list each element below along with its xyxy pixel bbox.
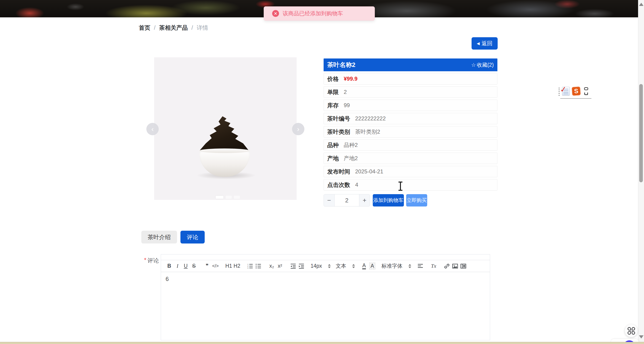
- row-label: 茶叶类别: [327, 128, 350, 136]
- comment-form-label: * 评论: [144, 257, 159, 264]
- row-label: 单限: [327, 88, 339, 96]
- clear-format-button[interactable]: Tx: [430, 262, 438, 270]
- favorite-button[interactable]: ☆ 收藏(2): [471, 61, 494, 69]
- svg-text:2: 2: [248, 265, 248, 267]
- bold-glyph: B: [168, 263, 171, 269]
- underline-button[interactable]: U: [182, 262, 190, 270]
- video-icon[interactable]: [459, 262, 468, 270]
- extension-underline: [560, 98, 592, 99]
- form-filler-doc-icon[interactable]: ✓: [562, 87, 570, 95]
- product-header: 茶叶名称2 ☆ 收藏(2): [324, 58, 498, 71]
- tab-intro[interactable]: 茶叶介绍: [141, 231, 177, 243]
- product-name: 茶叶名称2: [327, 61, 356, 69]
- align-icon[interactable]: [416, 262, 424, 270]
- info-row-category: 茶叶类别 茶叶类别2: [324, 126, 498, 138]
- svg-text:3: 3: [248, 267, 248, 269]
- code-block-button[interactable]: </>: [211, 262, 220, 270]
- toast-message: ✕ 该商品已经添加到购物车: [264, 6, 375, 20]
- favorite-label: 收藏(2): [477, 61, 494, 69]
- breadcrumb: 首页 / 茶相关产品 / 详情: [139, 24, 208, 31]
- quantity-stepper: − 2 +: [324, 194, 370, 206]
- info-row-publish-date: 发布时间 2025-04-21: [324, 166, 498, 177]
- carousel-indicators: [216, 196, 240, 199]
- text-color-button[interactable]: A: [360, 262, 368, 270]
- comment-editor-content[interactable]: 6: [161, 272, 490, 340]
- font-family-value: 标准字体: [382, 262, 402, 270]
- strikethrough-button[interactable]: S: [190, 262, 198, 270]
- bullet-list-icon[interactable]: [254, 262, 262, 270]
- tab-comments[interactable]: 评论: [180, 231, 205, 243]
- bold-button[interactable]: B: [165, 262, 173, 270]
- select-arrows-icon: [352, 264, 355, 268]
- row-value: 2222222222: [355, 115, 386, 122]
- error-circle-icon: ✕: [272, 10, 279, 17]
- required-mark: *: [144, 257, 146, 264]
- indent-icon[interactable]: [297, 262, 306, 270]
- row-label: 品种: [327, 141, 339, 149]
- row-value: 2: [344, 89, 347, 95]
- product-info-panel: 茶叶名称2 ☆ 收藏(2) 价格 ¥99.9 单限 2 库存 99 茶叶编号 2…: [324, 58, 498, 190]
- add-to-cart-button[interactable]: 添加到购物车: [373, 194, 404, 206]
- back-button[interactable]: ◀ 返回: [472, 37, 498, 50]
- row-value: 2025-04-21: [355, 168, 383, 175]
- superscript-button[interactable]: x²: [276, 262, 284, 270]
- scrollbar-down-arrow[interactable]: [639, 335, 644, 339]
- link-icon[interactable]: [443, 262, 451, 270]
- chevron-left-icon: ‹: [152, 125, 154, 133]
- ordered-list-icon[interactable]: 123: [246, 262, 254, 270]
- font-size-select[interactable]: 14px: [310, 263, 331, 269]
- back-button-label: 返回: [482, 40, 492, 47]
- breadcrumb-current: 详情: [197, 24, 208, 31]
- background-color-button[interactable]: A: [368, 262, 376, 270]
- italic-button[interactable]: I: [173, 262, 182, 270]
- chevron-right-icon: ›: [297, 125, 299, 133]
- breadcrumb-home[interactable]: 首页: [139, 24, 150, 31]
- row-value: 4: [355, 181, 358, 188]
- taskbar-edge: [0, 342, 644, 344]
- outdent-icon[interactable]: [289, 262, 297, 270]
- carousel-indicator-2[interactable]: [226, 196, 232, 199]
- color-glyph: A: [362, 263, 366, 269]
- scrollbar-up-arrow[interactable]: [639, 3, 644, 6]
- s-logo-icon[interactable]: S: [572, 87, 581, 96]
- format-select[interactable]: 文本: [336, 262, 355, 270]
- carousel-indicator-3[interactable]: [234, 196, 240, 199]
- back-arrow-icon: ◀: [476, 41, 480, 46]
- row-label: 点击次数: [327, 181, 350, 189]
- row-label: 发布时间: [327, 168, 350, 175]
- editor-toolbar: B I U S ❞ </> H1 H2 123 x₂ x²: [161, 260, 490, 272]
- breadcrumb-category[interactable]: 茶相关产品: [159, 24, 188, 31]
- comment-label-text: 评论: [148, 257, 159, 264]
- info-row-limit: 单限 2: [324, 86, 498, 98]
- info-row-clicks: 点击次数 4: [324, 179, 498, 190]
- heading2-button[interactable]: H2: [233, 262, 241, 270]
- blockquote-button[interactable]: ❞: [203, 262, 211, 270]
- background-glyph: A: [369, 263, 375, 269]
- image-icon[interactable]: [451, 262, 459, 270]
- quantity-input[interactable]: 2: [334, 194, 359, 206]
- row-value: 茶叶类别2: [355, 128, 380, 136]
- quantity-decrease-button[interactable]: −: [324, 194, 334, 206]
- screenshot-crop-icon[interactable]: [583, 87, 590, 95]
- drag-handle-dots-icon[interactable]: [558, 87, 560, 96]
- vertical-scrollbar[interactable]: [638, 0, 644, 344]
- carousel-prev-button[interactable]: ‹: [146, 123, 159, 135]
- row-label: 库存: [327, 102, 339, 109]
- select-arrows-icon: [408, 264, 411, 268]
- extension-overlay: ✓ S: [558, 87, 590, 96]
- extension-quick-launcher-button[interactable]: [625, 324, 638, 337]
- font-family-select[interactable]: 标准字体: [382, 262, 411, 270]
- toast-text: 该商品已经添加到购物车: [283, 10, 343, 17]
- carousel-next-button[interactable]: ›: [292, 123, 304, 135]
- scrollbar-thumb[interactable]: [639, 84, 643, 182]
- quantity-increase-button[interactable]: +: [359, 194, 370, 206]
- info-row-price: 价格 ¥99.9: [324, 73, 498, 85]
- row-value: 产地2: [344, 155, 358, 162]
- heading1-button[interactable]: H1: [224, 262, 233, 270]
- info-row-variety: 品种 品种2: [324, 139, 498, 151]
- breadcrumb-separator: /: [192, 24, 193, 31]
- buy-now-button[interactable]: 立即购买: [406, 194, 427, 206]
- carousel-indicator-1[interactable]: [216, 196, 224, 199]
- editor-top-strip: [161, 254, 490, 260]
- subscript-button[interactable]: x₂: [268, 262, 276, 270]
